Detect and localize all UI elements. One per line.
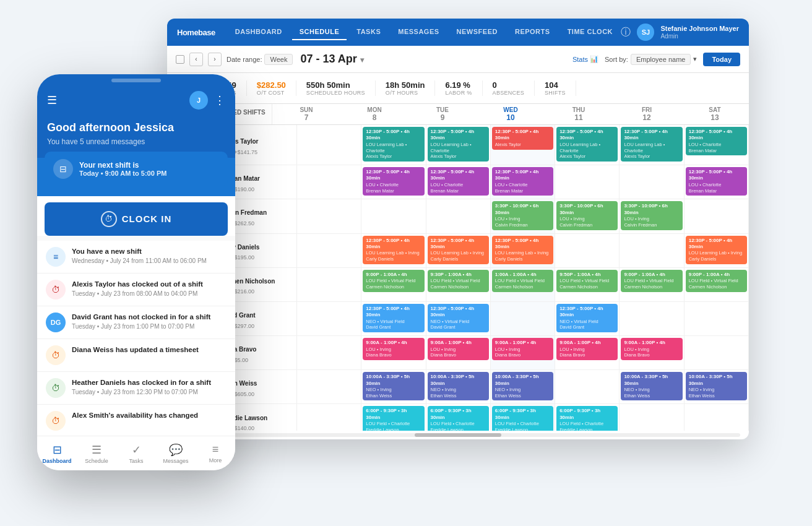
day-cell[interactable]: 12:30P - 5:00P • 4h 30minLOU Learning La… (491, 234, 555, 267)
shift-block[interactable]: 10:00A - 3:30P • 5h 30minNEO • IrvingEth… (621, 372, 682, 400)
shift-block[interactable]: 12:30P - 5:00P • 4h 30minLOU Learning La… (492, 236, 553, 264)
shift-block[interactable]: 12:30P - 5:00P • 4h 30minNEO • Virtual F… (363, 304, 424, 332)
day-cell[interactable] (297, 336, 361, 369)
clock-in-button[interactable]: ⏱ CLOCK IN (45, 202, 228, 236)
day-cell[interactable]: 9:00P - 1:00A • 4hLOU Field • Virtual Fi… (685, 268, 749, 301)
day-cell[interactable] (297, 125, 361, 165)
shift-block[interactable]: 9:00P - 1:00A • 4hLOU Field • Virtual Fi… (621, 270, 682, 292)
bottom-nav-messages[interactable]: 💬 Messages (156, 443, 196, 464)
day-cell[interactable] (685, 199, 749, 233)
horizontal-scrollbar[interactable] (176, 433, 740, 437)
shift-block[interactable]: 12:30P - 5:00P • 4h 30minLOU Learning La… (621, 127, 682, 162)
day-cell[interactable]: 12:30P - 5:00P • 4h 30minNEO • Virtual F… (426, 302, 491, 335)
shift-block[interactable]: 9:30P - 1:00A • 4hLOU Field • Virtual Fi… (428, 270, 489, 292)
shift-block[interactable]: 10:00A - 3:30P • 5h 30minNEO • IrvingEth… (492, 372, 553, 400)
day-cell[interactable]: 9:30P - 1:00A • 4hLOU Field • Virtual Fi… (426, 268, 491, 301)
shift-block[interactable]: 3:30P - 10:00P • 6h 30minLOU • IrvingCal… (621, 201, 682, 230)
day-cell[interactable] (685, 336, 749, 369)
day-cell[interactable]: 9:00A - 1:00P • 4hLOU • IrvingDiana Brav… (361, 336, 426, 369)
more-options-btn[interactable]: ⋮ (214, 93, 225, 107)
day-cell[interactable]: 10:00A - 3:30P • 5h 30minNEO • IrvingEth… (426, 370, 491, 403)
shift-block[interactable]: 9:00P - 1:00A • 4hLOU Field • Virtual Fi… (363, 270, 424, 292)
shift-block[interactable]: 9:00P - 1:00A • 4hLOU Field • Virtual Fi… (686, 270, 747, 292)
today-button[interactable]: Today (703, 53, 740, 66)
list-item[interactable]: ⏱ Diana Weiss has updated a timesheet (37, 339, 235, 372)
shift-block[interactable]: 1:00A - 1:00A • 4hLOU Field • Virtual Fi… (492, 270, 553, 292)
day-cell[interactable]: 3:30P - 10:00P • 6h 30minLOU • IrvingCal… (491, 199, 555, 233)
day-cell[interactable]: 10:00A - 3:30P • 5h 30minNEO • IrvingEth… (491, 370, 555, 403)
shift-block[interactable]: 12:30P - 5:00P • 4h 30minNEO • Virtual F… (556, 304, 618, 332)
shift-block[interactable]: 6:00P - 9:30P • 3h 30minLOU Field • Char… (492, 406, 553, 431)
shift-block[interactable]: 12:30P - 5:00P • 4h 30minLOU • Charlotte… (363, 167, 424, 196)
day-cell[interactable]: 12:30P - 5:00P • 4h 30minLOU • Charlotte… (361, 165, 426, 199)
nav-dashboard[interactable]: DASHBOARD (228, 24, 290, 40)
shift-block[interactable]: 10:00A - 3:30P • 5h 30minNEO • IrvingEth… (363, 372, 424, 400)
day-cell[interactable]: 10:00A - 3:30P • 5h 30minNEO • IrvingEth… (361, 370, 426, 403)
select-all-checkbox[interactable] (176, 55, 184, 64)
day-cell[interactable]: 3:30P - 10:00P • 6h 30minLOU • IrvingCal… (620, 199, 684, 233)
day-cell[interactable]: 12:30P - 5:00P • 4h 30minLOU Learning La… (426, 234, 491, 267)
date-range-value[interactable]: Week (264, 54, 293, 65)
nav-schedule[interactable]: SCHEDULE (292, 24, 347, 40)
day-cell[interactable] (297, 370, 361, 403)
hamburger-menu[interactable]: ☰ (47, 93, 57, 107)
shift-block[interactable]: 9:50P - 1:00A • 4hLOU Field • Virtual Fi… (556, 270, 618, 292)
day-cell[interactable] (620, 234, 684, 267)
date-chevron[interactable]: ▾ (360, 56, 364, 64)
info-icon[interactable]: ⓘ (621, 26, 631, 39)
day-cell[interactable]: 9:00A - 1:00P • 4hLOU • IrvingDiana Brav… (491, 336, 555, 369)
stats-button[interactable]: Stats 📊 (572, 55, 598, 63)
day-cell[interactable] (555, 234, 620, 267)
day-cell[interactable]: 9:00A - 1:00P • 4hLOU • IrvingDiana Brav… (426, 336, 491, 369)
shift-block[interactable]: 12:30P - 5:00P • 4h 30minAlexis Taylor (492, 127, 553, 150)
day-cell[interactable] (297, 302, 361, 335)
shift-block[interactable]: 10:00A - 3:30P • 5h 30minNEO • IrvingEth… (686, 372, 747, 400)
day-cell[interactable] (685, 302, 749, 335)
list-item[interactable]: DG David Grant has not clocked in for a … (37, 306, 235, 339)
list-item[interactable]: ⏱ Heather Daniels has clocked in for a s… (37, 372, 235, 405)
shift-block[interactable]: 12:30P - 5:00P • 4h 30minLOU Learning La… (363, 236, 424, 264)
bottom-nav-dashboard[interactable]: ⊟ Dashboard (37, 443, 77, 464)
day-cell[interactable]: 12:30P - 5:00P • 4h 30minLOU Learning La… (685, 234, 749, 267)
day-cell[interactable] (620, 165, 684, 199)
list-item[interactable]: ≡ You have a new shift Wednesday • July … (37, 241, 235, 274)
day-cell[interactable]: 6:00P - 9:30P • 3h 30minLOU Field • Char… (491, 404, 555, 431)
day-cell[interactable]: 9:00P - 1:00A • 4hLOU Field • Virtual Fi… (361, 268, 426, 301)
day-cell[interactable]: 12:30P - 5:00P • 4h 30minLOU • Charlotte… (426, 165, 491, 199)
sort-value[interactable]: Employee name (631, 54, 691, 65)
nav-messages[interactable]: MESSAGES (391, 24, 446, 40)
shift-block[interactable]: 9:00A - 1:00P • 4hLOU • IrvingDiana Brav… (492, 338, 553, 360)
next-week-btn[interactable]: › (208, 53, 222, 66)
day-cell[interactable]: 12:30P - 5:00P • 4h 30minLOU • Charlotte… (685, 125, 749, 165)
day-cell[interactable] (297, 199, 361, 233)
day-cell[interactable]: 12:30P - 5:00P • 4h 30minLOU Learning La… (361, 125, 426, 165)
day-cell[interactable] (620, 302, 684, 335)
list-item[interactable]: ⏱ Alexis Taylor has clocked out of a shi… (37, 274, 235, 306)
prev-week-btn[interactable]: ‹ (189, 53, 203, 66)
shift-block[interactable]: 12:30P - 5:00P • 4h 30minLOU • Charlotte… (428, 167, 489, 196)
shift-block[interactable]: 12:30P - 5:00P • 4h 30minLOU • Charlotte… (492, 167, 553, 196)
shift-block[interactable]: 9:00A - 1:00P • 4hLOU • IrvingDiana Brav… (428, 338, 489, 360)
shift-block[interactable]: 12:30P - 5:00P • 4h 30minLOU Learning La… (556, 127, 618, 162)
shift-block[interactable]: 12:30P - 5:00P • 4h 30minNEO • Virtual F… (428, 304, 489, 332)
day-cell[interactable] (620, 404, 684, 431)
shift-block[interactable]: 6:00P - 9:30P • 3h 30minLOU Field • Char… (363, 406, 424, 431)
day-cell[interactable]: 12:30P - 5:00P • 4h 30minLOU • Charlotte… (685, 165, 749, 199)
day-cell[interactable]: 12:30P - 5:00P • 4h 30minLOU • Charlotte… (491, 165, 555, 199)
shift-block[interactable]: 6:00P - 9:30P • 3h 30minLOU Field • Char… (556, 406, 618, 431)
day-cell[interactable] (555, 370, 620, 403)
day-cell[interactable] (297, 404, 361, 431)
shift-block[interactable]: 10:00A - 3:30P • 5h 30minNEO • IrvingEth… (428, 372, 489, 400)
day-cell[interactable]: 12:30P - 5:00P • 4h 30minLOU Learning La… (426, 125, 491, 165)
shift-block[interactable]: 3:30P - 10:00P • 6h 30minLOU • IrvingCal… (556, 201, 618, 230)
day-cell[interactable]: 6:00P - 9:30P • 3h 30minLOU Field • Char… (426, 404, 491, 431)
day-cell[interactable]: 12:30P - 5:00P • 4h 30minLOU Learning La… (361, 234, 426, 267)
nav-newsfeed[interactable]: NEWSFEED (449, 24, 505, 40)
day-cell[interactable] (297, 234, 361, 267)
nav-tasks[interactable]: TASKS (349, 24, 388, 40)
shift-block[interactable]: 12:30P - 5:00P • 4h 30minLOU Learning La… (363, 127, 424, 162)
day-cell[interactable]: 12:30P - 5:00P • 4h 30minLOU Learning La… (620, 125, 684, 165)
day-cell[interactable] (361, 199, 426, 233)
mobile-user-avatar[interactable]: J (189, 91, 208, 110)
day-cell[interactable]: 9:50P - 1:00A • 4hLOU Field • Virtual Fi… (555, 268, 620, 301)
